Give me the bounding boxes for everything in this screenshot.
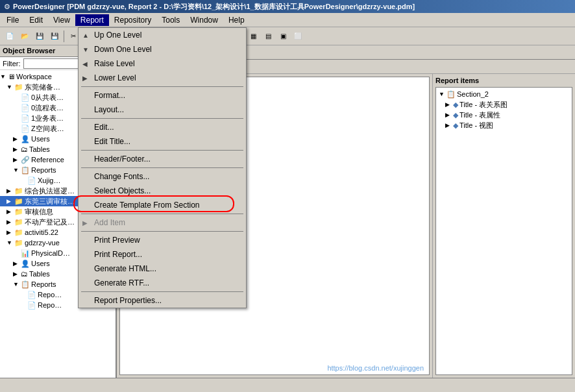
title3-icon: ◆ (453, 121, 458, 130)
dropdown-print-preview[interactable]: Print Preview (79, 233, 246, 247)
reports2-icon: 📋 (21, 280, 30, 289)
tree-label-reference1: Reference (31, 156, 64, 164)
add-item-icon: ▶ (82, 219, 88, 227)
toolbar-save2[interactable]: 💾 (47, 29, 62, 43)
dropdown-format[interactable]: Format... (79, 88, 246, 103)
toolbar-save[interactable]: 💾 (32, 29, 47, 43)
watermark: https://blog.csdn.net/xujinggen (327, 364, 424, 372)
dropdown-lower-level[interactable]: ▶ Lower Level (79, 71, 246, 85)
toolbar-open[interactable]: 📂 (18, 29, 32, 43)
report-tree-title2[interactable]: ▶ ◆ Title - 表属性 (437, 110, 570, 120)
dropdown-header-footer[interactable]: Header/Footer... (79, 152, 246, 166)
item1-icon: 📄 (21, 93, 30, 102)
tree-label-dongguan2: 东莞三调审核… (25, 197, 75, 206)
report-tree-title3[interactable]: ▶ ◆ Title - 视图 (437, 120, 570, 130)
tree-label-tables1: Tables (29, 145, 50, 153)
xujig-icon: 📄 (27, 177, 36, 185)
section2-expand-icon[interactable]: ▼ (439, 91, 445, 97)
toolbar-display1[interactable]: ▦ (246, 29, 260, 43)
down-arrow-icon: ▼ (82, 46, 89, 53)
tree-label-reports2: Reports (31, 280, 56, 288)
tree-arrow-dongguan[interactable]: ▼ (6, 84, 13, 90)
dropdown-report-properties[interactable]: Report Properties... (79, 293, 246, 308)
tree-label-dongguan: 东莞储备… (25, 82, 60, 92)
tree-arrow-reference1[interactable]: ▶ (13, 156, 19, 163)
menu-help[interactable]: Help (223, 14, 250, 26)
shenhe-icon: 📁 (14, 208, 23, 216)
item4-icon: 📄 (21, 125, 30, 133)
toolbar-display4[interactable]: ⬜ (291, 29, 305, 43)
dropdown-edit-title[interactable]: Edit Title... (79, 134, 246, 149)
status-bar (0, 378, 575, 392)
tree-arrow-dongguan2[interactable]: ▶ (6, 198, 13, 204)
menu-file[interactable]: File (1, 14, 24, 26)
tree-label-4: Z空间表… (31, 124, 64, 134)
toolbar-new[interactable]: 📄 (3, 29, 17, 43)
dropdown-menu[interactable]: ▲ Up One Level ▼ Down One Level ◀ Raise … (78, 27, 247, 308)
toolbar-display3[interactable]: ▣ (276, 29, 290, 43)
tree-label-reports1: Reports (31, 166, 56, 174)
activiti-icon: 📁 (14, 228, 23, 237)
tables2-icon: 🗂 (21, 270, 28, 278)
tree-label-users2: Users (31, 260, 50, 267)
gdzrzy-icon: 📁 (14, 239, 23, 247)
dropdown-up-one-level[interactable]: ▲ Up One Level (79, 28, 246, 42)
tree-arrow-budong[interactable]: ▶ (6, 219, 13, 225)
dropdown-sep-7 (81, 291, 243, 292)
tree-arrow-users2[interactable]: ▶ (13, 260, 19, 267)
report-items-content[interactable]: ▼ 📋 Section_2 ▶ ◆ Title - 表关系图 (435, 87, 572, 375)
menu-bar: File Edit View Report Repository Tools W… (0, 13, 575, 27)
reportB-icon: 📄 (27, 301, 36, 310)
menu-tools[interactable]: Tools (156, 14, 185, 26)
tree-arrow-users1[interactable]: ▶ (13, 136, 19, 142)
dropdown-edit[interactable]: Edit... (79, 120, 246, 134)
dropdown-select-objects[interactable]: Select Objects... (79, 184, 246, 198)
tree-label-shenhe: 审核信息 (25, 207, 53, 217)
dongguan-icon: 📁 (14, 83, 23, 92)
raise-arrow-icon: ◀ (82, 60, 88, 67)
tables1-icon: 🗂 (21, 145, 28, 153)
dropdown-print-report[interactable]: Print Report... (79, 247, 246, 262)
menu-repository[interactable]: Repository (109, 14, 156, 26)
report-tree-section2[interactable]: ▼ 📋 Section_2 (437, 89, 570, 99)
tree-arrow-activiti[interactable]: ▶ (6, 229, 13, 236)
item2-icon: 📄 (21, 104, 30, 112)
tree-label-2: 0流程表… (31, 103, 64, 113)
title1-label: Title - 表关系图 (459, 100, 508, 110)
section2-icon: 📋 (447, 90, 456, 99)
tree-arrow-shenhe[interactable]: ▶ (6, 208, 13, 215)
title-bar-text: PowerDesigner [PDM gdzrzy-vue, Report 2 … (13, 2, 571, 12)
reports1-icon: 📋 (21, 166, 30, 175)
users2-icon: 👤 (21, 260, 30, 268)
budong-icon: 📁 (14, 218, 23, 227)
tree-arrow-tables2[interactable]: ▶ (13, 271, 19, 277)
dropdown-create-template[interactable]: Create Template From Section (79, 198, 246, 212)
tree-arrow-workspace[interactable]: ▼ (0, 73, 6, 80)
dropdown-layout[interactable]: Layout... (79, 103, 246, 117)
tree-arrow-reports2[interactable]: ▼ (13, 281, 19, 288)
tree-label-physicalD: PhysicalD… (31, 249, 70, 257)
tree-arrow-gdzrzy[interactable]: ▼ (6, 239, 13, 246)
tree-arrow-zhonghe[interactable]: ▶ (6, 188, 13, 194)
toolbar-display2[interactable]: ▤ (261, 29, 275, 43)
dropdown-sep-3 (81, 150, 243, 151)
tree-arrow-tables1[interactable]: ▶ (13, 146, 19, 153)
dongguan2-icon: 📁 (14, 197, 23, 206)
dropdown-raise-level[interactable]: ◀ Raise Level (79, 56, 246, 71)
dropdown-generate-html[interactable]: Generate HTML... (79, 262, 246, 276)
dropdown-sep-2 (81, 118, 243, 119)
menu-view[interactable]: View (48, 14, 75, 26)
menu-window[interactable]: Window (185, 14, 223, 26)
item3-icon: 📄 (21, 114, 30, 123)
dropdown-add-item: ▶ Add Item (79, 215, 246, 230)
physicalD-icon: 📊 (21, 249, 30, 258)
dropdown-down-one-level[interactable]: ▼ Down One Level (79, 42, 246, 56)
report-tree-title1[interactable]: ▶ ◆ Title - 表关系图 (437, 99, 570, 110)
menu-edit[interactable]: Edit (24, 14, 48, 26)
dropdown-change-fonts[interactable]: Change Fonts... (79, 169, 246, 184)
dropdown-sep-6 (81, 231, 243, 232)
tree-arrow-reports1[interactable]: ▼ (13, 167, 19, 173)
tree-label-tables2: Tables (29, 270, 50, 278)
menu-report[interactable]: Report (75, 14, 109, 26)
dropdown-generate-rtf[interactable]: Generate RTF... (79, 276, 246, 290)
